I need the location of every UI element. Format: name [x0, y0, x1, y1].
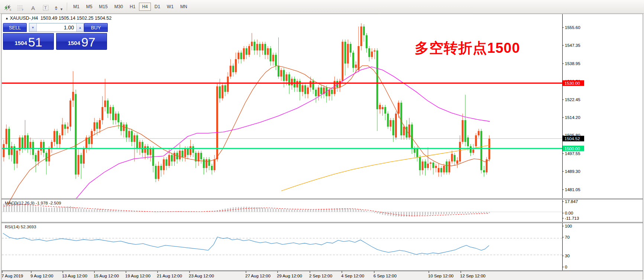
candle-body: [302, 85, 304, 92]
price-axis-label: 1522.45: [565, 97, 580, 102]
candle-body: [449, 161, 450, 172]
candle-body: [112, 107, 114, 120]
chart-indicators-icon[interactable]: E: [3, 2, 13, 11]
candle-body: [454, 155, 456, 162]
collapse-triangle-icon[interactable]: ▲: [5, 16, 9, 20]
candle-body: [192, 146, 194, 153]
text-a-icon[interactable]: A: [28, 2, 38, 11]
candle-body: [392, 120, 394, 135]
toolbar-separator: [67, 3, 68, 11]
candle-body: [38, 151, 39, 161]
tab-timeframe-d1[interactable]: D1: [152, 3, 163, 11]
tab-timeframe-mn[interactable]: MN: [177, 3, 190, 11]
candle-body: [243, 48, 245, 59]
order-arrows-icon[interactable]: ▼: [54, 2, 63, 11]
candle-body: [99, 120, 101, 129]
candle-body: [230, 66, 232, 77]
candle-body: [256, 44, 258, 51]
price-axis-label: 1555.60: [565, 25, 580, 30]
candle-body: [165, 159, 167, 166]
candle-body: [379, 105, 381, 109]
candle-body: [139, 142, 141, 149]
candle-body: [91, 131, 93, 144]
candle-body: [51, 142, 53, 149]
symbol-ohlc-text: XAUUSD-,H4 1503.49 1505.14 1502.25 1504.…: [10, 16, 111, 21]
candle-body: [142, 142, 143, 153]
candle-body: [304, 85, 306, 94]
candle-body: [248, 46, 250, 55]
candle-body: [398, 103, 399, 113]
tab-timeframe-h1[interactable]: H1: [127, 3, 138, 11]
rsi-axis-label: 30: [565, 254, 570, 258]
price-axis-label: 1481.05: [565, 187, 580, 192]
candle-body: [419, 157, 421, 170]
candle-body: [64, 125, 66, 129]
one-click-trade-panel: SELL ▼ ▲ BUY 1504 51 1504 97: [3, 23, 108, 50]
volume-decrease-button[interactable]: ▼: [29, 23, 37, 32]
candle-body: [3, 144, 5, 157]
candle-body: [347, 44, 349, 64]
candle-body: [478, 131, 480, 135]
buy-price-digits: 97: [81, 35, 96, 49]
candle-body: [104, 100, 106, 107]
candle-body: [190, 146, 191, 155]
candle-body: [88, 138, 90, 144]
candle-body: [251, 42, 253, 46]
buy-button[interactable]: BUY: [84, 23, 108, 32]
candle-body: [203, 159, 205, 168]
tab-timeframe-m1[interactable]: M1: [70, 3, 82, 11]
rsi-label: RSI(14) 52.3693: [5, 225, 36, 229]
time-axis-label: 29 Aug 12:00: [277, 274, 302, 278]
text-box-icon[interactable]: T: [41, 2, 51, 11]
tab-timeframe-m15[interactable]: M15: [96, 3, 110, 11]
candle-body: [126, 125, 127, 138]
time-axis-label: 4 Sep 12:00: [341, 274, 364, 278]
candle-body: [54, 131, 55, 142]
candle-body: [163, 159, 165, 170]
time-axis-label: 23 Aug 12:00: [189, 274, 214, 278]
candle-body: [94, 122, 96, 131]
candle-body: [355, 65, 357, 68]
candle-body: [40, 142, 42, 151]
candle-body: [184, 148, 186, 157]
macd-label: MACD(12,26,9) -1.978 -2.509: [5, 201, 61, 205]
time-axis-label: 2 Sep 12:00: [309, 274, 332, 278]
sell-button[interactable]: SELL: [3, 23, 27, 32]
candle-body: [310, 81, 311, 88]
candle-body: [235, 59, 237, 72]
candle-body: [371, 52, 373, 57]
candle-body: [267, 48, 269, 55]
candle-body: [280, 70, 282, 77]
candle-body: [110, 107, 111, 114]
tab-timeframe-h4[interactable]: H4: [139, 3, 151, 11]
dropdown-caret-icon[interactable]: ▼: [60, 7, 63, 11]
rsi-axis-label: 70: [565, 235, 570, 239]
candle-body: [315, 90, 317, 96]
volume-input[interactable]: [37, 23, 76, 32]
candle-body: [101, 107, 103, 120]
candle-body: [232, 66, 234, 73]
buy-price-tile[interactable]: 1504 97: [56, 33, 107, 50]
candle-body: [376, 51, 378, 109]
candle-body: [136, 135, 138, 148]
time-axis-label: 9 Aug 12:00: [30, 274, 53, 278]
time-axis-label: 10 Sep 12:00: [428, 274, 453, 278]
tab-timeframe-m30[interactable]: M30: [111, 3, 126, 11]
candle-body: [75, 94, 77, 175]
tab-timeframe-w1[interactable]: W1: [164, 3, 177, 11]
candle-body: [446, 161, 447, 172]
grid-icon[interactable]: F: [16, 2, 25, 11]
candle-body: [168, 155, 170, 166]
candle-body: [387, 113, 389, 126]
volume-increase-button[interactable]: ▲: [76, 23, 84, 32]
candle-body: [483, 170, 485, 173]
candle-body: [107, 100, 109, 113]
sell-price-tile[interactable]: 1504 51: [3, 33, 54, 50]
candle-body: [69, 100, 71, 126]
svg-text:F: F: [22, 9, 23, 11]
candle-body: [187, 148, 189, 155]
candle-body: [27, 135, 29, 148]
tab-timeframe-m5[interactable]: M5: [83, 3, 96, 11]
time-axis-label: 27 Aug 12:00: [245, 274, 271, 278]
candle-body: [424, 161, 426, 168]
